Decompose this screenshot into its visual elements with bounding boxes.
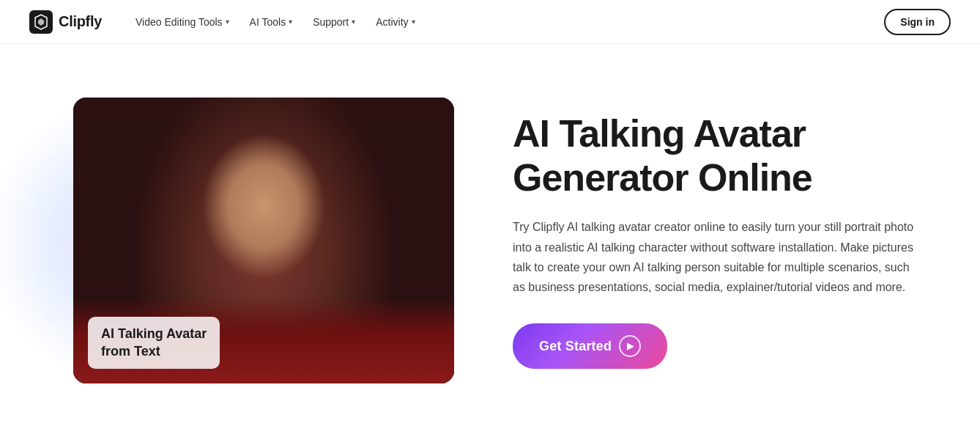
avatar-label-overlay: AI Talking Avatar from Text [88, 317, 220, 369]
nav-item-video-editing-tools[interactable]: Video Editing Tools ▾ [128, 10, 237, 34]
hero-content: AI Talking Avatar Generator Online Try C… [513, 112, 921, 369]
chevron-down-icon-activity: ▾ [412, 18, 415, 26]
nav-label-video-editing-tools: Video Editing Tools [136, 16, 223, 28]
logo-text: Clipfly [59, 13, 102, 30]
navbar-left: Clipfly Video Editing Tools ▾ AI Tools ▾… [29, 10, 423, 34]
avatar-preview-card: AI Talking Avatar from Text [73, 98, 454, 383]
get-started-button[interactable]: Get Started ▶ [513, 323, 667, 369]
get-started-label: Get Started [539, 339, 612, 354]
play-icon: ▶ [619, 335, 641, 357]
logo[interactable]: Clipfly [29, 10, 102, 34]
nav-label-support: Support [313, 16, 349, 28]
chevron-down-icon-support: ▾ [352, 18, 355, 26]
hero-media: AI Talking Avatar from Text [73, 98, 454, 383]
avatar-label-line1: AI Talking Avatar [101, 326, 207, 341]
nav-item-ai-tools[interactable]: AI Tools ▾ [242, 10, 300, 34]
nav-label-ai-tools: AI Tools [250, 16, 286, 28]
hero-title: AI Talking Avatar Generator Online [513, 112, 921, 200]
nav-item-support[interactable]: Support ▾ [305, 10, 363, 34]
nav-links: Video Editing Tools ▾ AI Tools ▾ Support… [128, 10, 423, 34]
hero-description: Try Clipfly AI talking avatar creator on… [513, 217, 921, 297]
clipfly-logo-icon [29, 10, 53, 34]
avatar-label-line2: from Text [101, 344, 160, 359]
hero-section: AI Talking Avatar from Text AI Talking A… [0, 44, 980, 437]
navbar: Clipfly Video Editing Tools ▾ AI Tools ▾… [0, 0, 980, 44]
sign-in-button[interactable]: Sign in [884, 9, 951, 35]
nav-label-activity: Activity [376, 16, 408, 28]
nav-item-activity[interactable]: Activity ▾ [368, 10, 422, 34]
chevron-down-icon-ai: ▾ [289, 18, 292, 26]
chevron-down-icon-video: ▾ [226, 18, 229, 26]
